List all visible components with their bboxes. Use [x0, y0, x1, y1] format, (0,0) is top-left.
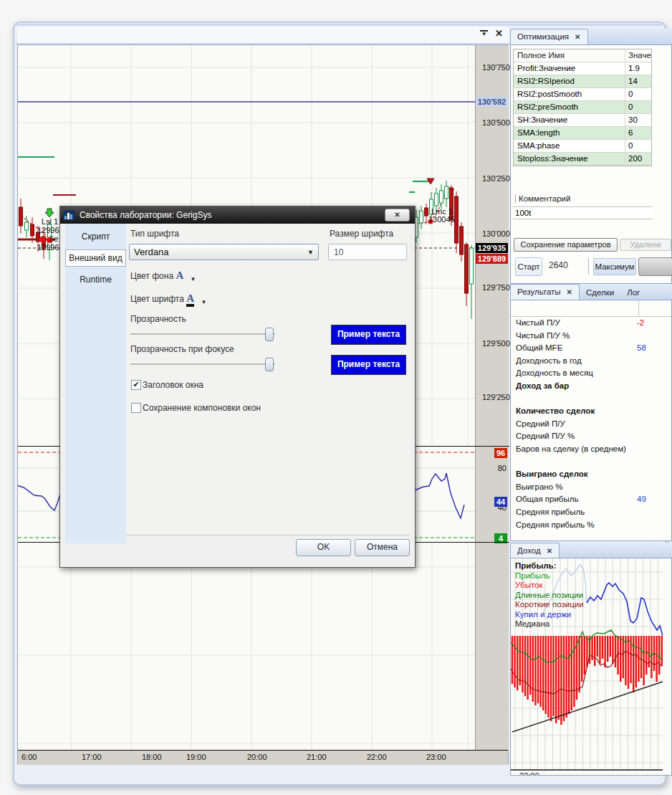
font-family-select[interactable]: Verdana ▼ [129, 244, 319, 260]
param-value: 1.9 [625, 62, 651, 75]
legend-item: Прибыль [515, 571, 584, 581]
metric-value: -2 [637, 317, 650, 330]
tab-optimization[interactable]: Оптимизация ✕ [510, 29, 588, 44]
param-name: RSI2:postSmooth [514, 88, 625, 100]
param-value: 14 [625, 75, 651, 87]
legend-item: Купил и держи [515, 610, 584, 620]
font-size-input[interactable]: 10 [328, 244, 407, 260]
axis-label-80: 80 [498, 464, 507, 472]
dialog-titlebar[interactable]: Свойства лаборатории: GerigSys ✕ [60, 206, 415, 224]
results-table-body: Чистый П/У-2Чистый П/У %Общий MFE58Доход… [511, 317, 671, 531]
tab-results[interactable]: Результаты ✕ [510, 284, 580, 300]
optimization-table-header[interactable]: Полное Имя Значен [514, 49, 651, 62]
sample-text-focus: Пример текста [331, 355, 406, 375]
table-row[interactable]: SMA:length6 [514, 127, 651, 140]
delete-button[interactable]: Удалени [620, 239, 671, 251]
dialog-tab-appearance[interactable]: Внешний вид [65, 249, 126, 267]
optimization-table: Полное Имя Значен Profit:Значение1.9RSI2… [513, 49, 652, 166]
chart-window-header: ▼ ✕ [17, 27, 509, 43]
tab-log[interactable]: Лог [620, 285, 646, 300]
table-row[interactable]: RSI2:preSmooth0 [514, 101, 651, 114]
time-label-17:00: 17:00 [82, 753, 102, 761]
table-row[interactable] [511, 456, 671, 469]
table-row[interactable]: Общая прибыль49 [511, 493, 671, 506]
legend-item: Короткие позиции [515, 600, 584, 610]
param-value: 0 [625, 101, 651, 113]
param-value: 6 [625, 127, 651, 139]
table-row[interactable]: Чистый П/У % [511, 330, 671, 343]
tab-trades[interactable]: Сделки [580, 285, 620, 300]
sample-text-normal: Пример текста [331, 325, 406, 345]
bg-color-caret-icon[interactable]: ▼ [191, 276, 196, 282]
opacity-focus-slider[interactable] [130, 358, 275, 370]
font-color-caret-icon[interactable]: ▼ [201, 299, 206, 305]
time-label-22:00: 22:00 [367, 753, 387, 761]
param-name: SH:Значение [514, 114, 625, 126]
param-name: SMA:phase [514, 140, 625, 152]
dialog-close-button[interactable]: ✕ [385, 209, 410, 222]
maximum-button[interactable]: Максимум [593, 258, 636, 275]
table-row[interactable]: SMA:phase0 [514, 140, 651, 153]
metric-label: Количество сделок [511, 405, 671, 418]
opacity-slider[interactable] [130, 328, 275, 340]
start-button[interactable]: Старт [515, 257, 542, 276]
table-row[interactable]: Баров на сделку (в среднем) [511, 443, 671, 456]
table-row[interactable]: Средняя прибыль [511, 506, 671, 519]
dialog-tab-script[interactable]: Скрипт [65, 229, 126, 244]
table-row[interactable]: Выиграно сделок [511, 468, 671, 481]
dialog-tab-runtime[interactable]: Runtime [65, 272, 126, 287]
param-value: 200 [625, 153, 651, 165]
metric-label: Баров на сделку (в среднем) [511, 443, 671, 456]
results-table-header[interactable] [511, 300, 671, 317]
income-legend: Прибыль: ПрибыльУбытокДлинные позицииКор… [515, 561, 584, 629]
application: ▼ ✕ 130'750130'500130'250130'000129'7501… [0, 0, 672, 795]
tab-optimization-close-icon[interactable]: ✕ [575, 33, 580, 41]
axis-badge-130'592: 130'592 [476, 97, 508, 107]
table-row[interactable]: Чистый П/У-2 [511, 317, 671, 330]
opacity-focus-slider-thumb[interactable] [265, 358, 274, 371]
frame-top-band [16, 24, 662, 26]
dropdown-arrow-icon[interactable]: ▼ [307, 244, 314, 260]
comment-value[interactable]: 100t [513, 206, 653, 219]
table-row[interactable]: Средний П/У % [511, 430, 671, 443]
table-row[interactable]: Доход за бар [511, 380, 671, 393]
results-panel: Чистый П/У-2Чистый П/У %Общий MFE58Доход… [510, 300, 672, 541]
column-header-value[interactable]: Значен [625, 49, 651, 62]
table-row[interactable]: Доходность в месяц [511, 367, 671, 380]
tab-results-close-icon[interactable]: ✕ [567, 288, 572, 296]
table-row[interactable]: RSI2:RSIperiod14 [514, 75, 651, 88]
param-value: 30 [625, 114, 651, 126]
tab-income-close-icon[interactable]: ✕ [547, 547, 552, 555]
table-row[interactable]: Stoploss:Значение200 [514, 153, 651, 166]
save-layout-checkbox[interactable] [131, 403, 141, 413]
time-axis[interactable]: 6:0017:0018:0019:0020:0021:0022:0023:00 [18, 750, 508, 765]
table-row[interactable]: RSI2:postSmooth0 [514, 88, 651, 101]
optimization-tabbar: Оптимизация ✕ [510, 29, 672, 45]
properties-dialog: Свойства лаборатории: GerigSys ✕ Скрипт … [59, 206, 416, 568]
window-title-checkbox[interactable]: ✔ [131, 380, 141, 390]
ok-button[interactable]: OK [296, 539, 351, 556]
table-row[interactable]: Количество сделок [511, 405, 671, 418]
save-params-button[interactable]: Сохранение параметров [514, 238, 618, 252]
table-row[interactable]: Profit:Значение1.9 [514, 62, 651, 75]
table-row[interactable]: Средняя прибыль % [511, 519, 671, 532]
table-row[interactable]: SH:Значение30 [514, 114, 651, 127]
table-row[interactable]: Выиграно % [511, 481, 671, 494]
table-row[interactable]: Общий MFE58 [511, 342, 671, 355]
table-row[interactable] [511, 393, 671, 406]
comment-label: Комментарий [515, 194, 570, 203]
time-label-20:00: 20:00 [247, 753, 267, 761]
table-row[interactable]: Средний П/У [511, 418, 671, 431]
window-pin-icon[interactable]: ▼ [480, 30, 488, 37]
column-header-name[interactable]: Полное Имя [514, 49, 625, 62]
font-color-picker-icon[interactable]: A [186, 292, 194, 307]
bg-color-picker-icon[interactable]: A [176, 270, 183, 281]
window-close-icon[interactable]: ✕ [495, 29, 503, 38]
param-value: 0 [625, 88, 651, 100]
param-value: 0 [625, 140, 651, 152]
price-axis[interactable]: 130'750130'500130'250130'000129'750129'5… [475, 45, 509, 750]
tab-income[interactable]: Доход ✕ [510, 543, 560, 558]
opacity-slider-thumb[interactable] [265, 328, 274, 341]
cancel-button[interactable]: Отмена [355, 539, 410, 556]
table-row[interactable]: Доходность в год [511, 355, 671, 368]
